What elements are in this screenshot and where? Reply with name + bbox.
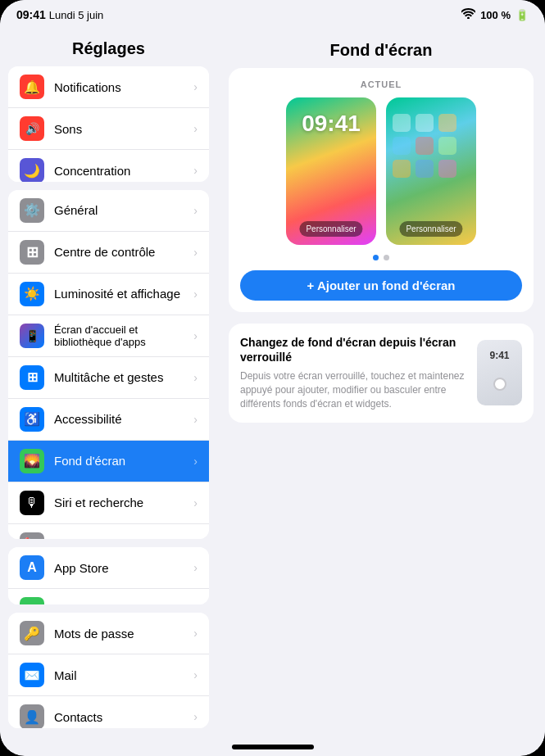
- multitache-label: Multitâche et gestes: [54, 370, 163, 384]
- change-info-card: Changez de fond d'écran depuis l'écran v…: [229, 324, 534, 423]
- app-icon-2: [416, 114, 434, 132]
- chevron-icon-sons: ›: [193, 122, 198, 135]
- sidebar-item-centre-controle[interactable]: ⊞ Centre de contrôle ›: [8, 232, 209, 274]
- ecran-accueil-icon: 📱: [20, 324, 44, 348]
- chevron-icon-general: ›: [193, 204, 198, 217]
- cartes-icon: 💳: [20, 597, 44, 604]
- chevron-icon-luminosite: ›: [193, 287, 198, 301]
- sidebar-item-mail[interactable]: ✉️ Mail ›: [8, 654, 209, 696]
- sidebar-item-ecran-accueil[interactable]: 📱 Écran d'accueil et bibliothèque d'apps…: [8, 315, 209, 357]
- fond-label: Fond d'écran: [54, 454, 125, 468]
- app-icon-7: [393, 160, 411, 178]
- sidebar-group-1: 🔔 Notifications › 🔊 Sons › 🌙 Concentrati…: [8, 66, 209, 182]
- apple-pencil-label: Apple Pencil: [54, 537, 122, 539]
- status-time: 09:41: [16, 8, 46, 21]
- lock-mini-time: 9:41: [489, 350, 509, 361]
- sidebar-item-sons[interactable]: 🔊 Sons ›: [8, 108, 209, 150]
- wifi-icon: [461, 8, 475, 21]
- add-wallpaper-button[interactable]: + Ajouter un fond d'écran: [240, 270, 522, 301]
- lock-screen-mini-preview: 9:41: [477, 340, 522, 405]
- general-icon: ⚙️: [20, 198, 44, 223]
- sidebar-item-general[interactable]: ⚙️ Général ›: [8, 190, 209, 232]
- personaliser-btn-home[interactable]: Personnaliser: [399, 221, 462, 237]
- general-label: Général: [54, 203, 98, 217]
- chevron-icon-appstore: ›: [193, 561, 198, 574]
- apple-pencil-icon: ✏️: [20, 532, 44, 539]
- sidebar-item-cartes[interactable]: 💳 Cartes et Apple Pay ›: [8, 589, 209, 604]
- status-right: 100 % 🔋: [461, 8, 529, 21]
- mail-icon: ✉️: [20, 663, 44, 687]
- chevron-icon: ›: [193, 80, 198, 93]
- centre-label: Centre de contrôle: [54, 245, 155, 259]
- chevron-icon-accessibilite: ›: [193, 413, 198, 426]
- app-icon-6: [438, 137, 456, 155]
- cartes-label: Cartes et Apple Pay: [54, 603, 163, 605]
- lock-screen-preview[interactable]: 09:41 Personnaliser: [286, 97, 376, 245]
- home-indicator: [232, 745, 314, 749]
- multitache-icon: ⊞: [20, 365, 44, 390]
- sidebar-item-apple-pencil[interactable]: ✏️ Apple Pencil ›: [8, 524, 209, 539]
- concentration-icon: 🌙: [20, 158, 44, 182]
- lock-time: 09:41: [286, 111, 376, 137]
- dot-1: [373, 255, 379, 260]
- chevron-icon-contacts: ›: [193, 710, 198, 723]
- battery-icon: 🔋: [515, 9, 529, 21]
- sidebar-item-siri[interactable]: 🎙 Siri et recherche ›: [8, 482, 209, 524]
- home-screen-preview[interactable]: Personnaliser: [386, 97, 476, 245]
- sidebar-group-2: ⚙️ Général › ⊞ Centre de contrôle › ☀️ L…: [8, 190, 209, 539]
- sidebar-item-accessibilite[interactable]: ♿ Accessibilité ›: [8, 399, 209, 441]
- app-icon-1: [393, 114, 411, 132]
- app-icon-8: [416, 160, 434, 178]
- contacts-icon: 👤: [20, 704, 44, 728]
- chevron-icon-ecran: ›: [193, 329, 198, 342]
- wallpaper-previews: 09:41 Personnaliser: [240, 97, 522, 245]
- status-left: 09:41 Lundi 5 juin: [16, 8, 103, 21]
- sidebar-group-4: 🔑 Mots de passe › ✉️ Mail › 👤 Contacts ›…: [8, 613, 209, 728]
- accessibilite-label: Accessibilité: [54, 412, 122, 426]
- sidebar-item-contacts[interactable]: 👤 Contacts ›: [8, 696, 209, 728]
- chevron-icon-pencil: ›: [193, 538, 198, 539]
- actuel-label: ACTUEL: [240, 79, 522, 89]
- app-icon-5: [416, 137, 434, 155]
- change-info-description: Depuis votre écran verrouillé, touchez e…: [240, 369, 466, 410]
- sidebar-item-multitache[interactable]: ⊞ Multitâche et gestes ›: [8, 357, 209, 399]
- sidebar-item-notifications[interactable]: 🔔 Notifications ›: [8, 66, 209, 108]
- mots-de-passe-label: Mots de passe: [54, 627, 134, 641]
- sidebar-item-luminosite[interactable]: ☀️ Luminosité et affichage ›: [8, 274, 209, 315]
- sidebar-item-fond-ecran[interactable]: 🌄 Fond d'écran ›: [8, 441, 209, 482]
- main-content: Réglages 🔔 Notifications › 🔊 Sons › 🌙 Co…: [0, 29, 545, 745]
- notifications-label: Notifications: [54, 80, 121, 94]
- accessibilite-icon: ♿: [20, 407, 44, 432]
- change-info-title: Changez de fond d'écran depuis l'écran v…: [240, 335, 466, 364]
- mots-de-passe-icon: 🔑: [20, 621, 44, 645]
- home-icons-grid: [393, 114, 456, 178]
- fond-icon: 🌄: [20, 449, 44, 473]
- chevron-icon-mdp: ›: [193, 627, 198, 640]
- dot-2: [384, 255, 389, 260]
- chevron-icon-cartes: ›: [193, 603, 198, 604]
- app-icon-3: [438, 114, 456, 132]
- app-icon-4: [393, 137, 411, 155]
- sidebar-item-mots-de-passe[interactable]: 🔑 Mots de passe ›: [8, 613, 209, 654]
- sons-label: Sons: [54, 122, 82, 136]
- panel-title: Fond d'écran: [217, 29, 545, 68]
- siri-label: Siri et recherche: [54, 496, 143, 509]
- sidebar-item-concentration[interactable]: 🌙 Concentration ›: [8, 150, 209, 182]
- status-bar: 09:41 Lundi 5 juin 100 % 🔋: [0, 0, 545, 29]
- siri-icon: 🎙: [20, 491, 44, 515]
- concentration-label: Concentration: [54, 164, 130, 178]
- personaliser-btn-lock[interactable]: Personnaliser: [299, 221, 362, 237]
- chevron-icon-mail: ›: [193, 668, 198, 681]
- battery-label: 100 %: [480, 9, 511, 21]
- sidebar-item-appstore[interactable]: A App Store ›: [8, 547, 209, 589]
- appstore-label: App Store: [54, 561, 109, 575]
- sidebar-title: Réglages: [0, 29, 217, 66]
- page-dots: [240, 255, 522, 260]
- luminosite-label: Luminosité et affichage: [54, 287, 180, 301]
- sons-icon: 🔊: [20, 116, 44, 141]
- device-frame: 09:41 Lundi 5 juin 100 % 🔋 Réglages 🔔 No…: [0, 0, 545, 756]
- chevron-icon-siri: ›: [193, 496, 198, 509]
- sidebar-group-3: A App Store › 💳 Cartes et Apple Pay ›: [8, 547, 209, 604]
- luminosite-icon: ☀️: [20, 282, 44, 306]
- notifications-icon: 🔔: [20, 75, 44, 99]
